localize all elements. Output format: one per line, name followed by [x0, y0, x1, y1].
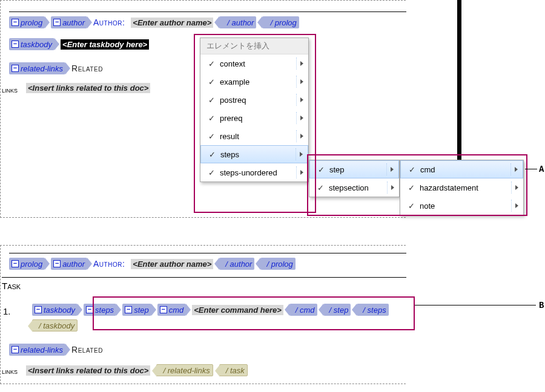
paragraph-rule [9, 11, 406, 12]
tag-step-close[interactable]: / step [323, 304, 351, 316]
author-row-2: prolog author Author: <Enter author name… [9, 258, 296, 270]
tag-relatedlinks-close[interactable]: / related-links [156, 364, 213, 376]
author-label: Author: [93, 259, 125, 269]
menu-item-stepsection[interactable]: ✓stepsection [309, 178, 399, 197]
divider [296, 148, 296, 160]
divider [296, 166, 297, 178]
divider [386, 163, 387, 175]
links-label: links [2, 367, 18, 376]
menu-item-label: example [217, 77, 292, 87]
tag-taskbody-close[interactable]: / taskbody [32, 319, 78, 332]
links-placeholder[interactable]: <Insert links related to this doc> [26, 365, 150, 376]
tag-author-close[interactable]: / author [219, 258, 254, 270]
check-icon: ✓ [205, 114, 217, 123]
author-placeholder[interactable]: <Enter author name> [131, 259, 213, 269]
check-icon: ✓ [314, 183, 326, 192]
divider [387, 181, 388, 194]
menu-item-label: prereq [217, 114, 292, 123]
callout-line-a [525, 169, 537, 169]
menu-item-label: result [217, 132, 292, 141]
step-number: 1. [3, 306, 11, 316]
menu-item-step[interactable]: ✓step [309, 160, 399, 178]
related-label: Related [71, 345, 103, 354]
menu-item-steps[interactable]: ✓steps [200, 145, 308, 163]
check-icon: ✓ [205, 96, 217, 105]
menu-item-prereq[interactable]: ✓prereq [200, 109, 308, 127]
links-placeholder-row: <Insert links related to this doc> [26, 83, 150, 93]
menu-item-label: steps [218, 150, 292, 159]
menu-item-label: note [417, 201, 507, 211]
author-row: prolog author Author: <Enter author name… [9, 16, 299, 28]
tag-author-open[interactable]: author [51, 16, 87, 28]
tag-cmd-open[interactable]: cmd [157, 304, 187, 316]
tag-prolog-open[interactable]: prolog [9, 16, 45, 28]
tag-step-open[interactable]: step [122, 304, 151, 316]
callout-label-a: A [539, 165, 544, 174]
cmd-placeholder[interactable]: <Enter command here> [192, 305, 283, 315]
menu-item-label: step [327, 165, 383, 174]
author-label: Author: [93, 18, 125, 27]
tag-taskbody-open[interactable]: taskbody [32, 304, 78, 316]
related-row-2: related-links Related [9, 344, 103, 356]
editor-panel-bottom: prolog author Author: <Enter author name… [0, 245, 406, 384]
links-placeholder[interactable]: <Insert links related to this doc> [26, 83, 150, 93]
menu-item-result[interactable]: ✓result [200, 127, 308, 145]
divider [510, 163, 511, 175]
author-placeholder[interactable]: <Enter author name> [131, 18, 213, 28]
tag-prolog-open[interactable]: prolog [9, 258, 45, 270]
menu-title: エレメントを挿入 [200, 38, 308, 54]
menu-item-note[interactable]: ✓note [400, 197, 523, 215]
menu-item-postreq[interactable]: ✓postreq [200, 91, 308, 109]
menu-item-example[interactable]: ✓example [200, 73, 308, 91]
check-icon: ✓ [205, 59, 217, 68]
tag-relatedlinks-open[interactable]: related-links [9, 344, 65, 356]
submenu-arrow-icon [300, 61, 303, 66]
check-icon: ✓ [406, 165, 418, 174]
callout-line-b [415, 305, 536, 305]
tag-author-close[interactable]: / author [219, 16, 256, 28]
divider [296, 112, 297, 124]
check-icon: ✓ [405, 201, 417, 211]
submenu-arrow-icon [391, 167, 394, 172]
related-row: related-links Related [9, 62, 103, 74]
vertical-ruler [457, 0, 461, 178]
menu-item-context[interactable]: ✓context [200, 54, 308, 73]
submenu-step[interactable]: ✓cmd✓hazardstatement✓note [400, 160, 524, 215]
submenu-arrow-icon [300, 134, 303, 139]
links-label: links [2, 85, 18, 94]
tag-author-open[interactable]: author [51, 258, 87, 270]
submenu-arrow-icon [300, 152, 303, 157]
tag-taskbody-open[interactable]: taskbody [9, 38, 54, 50]
submenu-arrow-icon [515, 203, 518, 208]
submenu-arrow-icon [391, 185, 394, 190]
menu-item-label: hazardstatement [417, 183, 507, 192]
tag-cmd-close[interactable]: / cmd [289, 304, 317, 316]
tag-prolog-close[interactable]: / prolog [260, 258, 295, 270]
submenu-arrow-icon [515, 185, 518, 190]
tag-steps-open[interactable]: steps [84, 304, 116, 316]
tag-prolog-close[interactable]: / prolog [262, 16, 299, 28]
insert-element-menu[interactable]: エレメントを挿入 ✓context✓example✓postreq✓prereq… [200, 38, 309, 182]
tag-task-close[interactable]: / task [219, 364, 248, 376]
taskbody-placeholder[interactable]: <Enter taskbody here> [61, 39, 149, 50]
tag-steps-close[interactable]: / steps [357, 304, 388, 316]
menu-item-cmd[interactable]: ✓cmd [400, 160, 523, 178]
cmd-row: taskbody steps step cmd <Enter command h… [32, 304, 414, 332]
links-placeholder-row-2: <Insert links related to this doc> / rel… [26, 364, 248, 376]
submenu-steps[interactable]: ✓step✓stepsection [309, 160, 400, 197]
menu-item-label: steps-unordered [217, 168, 292, 177]
menu-item-label: cmd [418, 165, 507, 174]
check-icon: ✓ [206, 150, 218, 159]
menu-item-label: postreq [217, 96, 292, 105]
tag-relatedlinks-open[interactable]: related-links [9, 62, 65, 74]
menu-item-steps-unordered[interactable]: ✓steps-unordered [200, 163, 308, 181]
check-icon: ✓ [205, 77, 217, 87]
related-label: Related [71, 64, 103, 73]
menu-item-hazardstatement[interactable]: ✓hazardstatement [400, 178, 523, 197]
divider [511, 200, 512, 212]
divider [296, 76, 297, 88]
divider [296, 94, 297, 106]
submenu-arrow-icon [300, 79, 303, 84]
submenu-arrow-icon [300, 97, 303, 102]
check-icon: ✓ [315, 165, 327, 174]
